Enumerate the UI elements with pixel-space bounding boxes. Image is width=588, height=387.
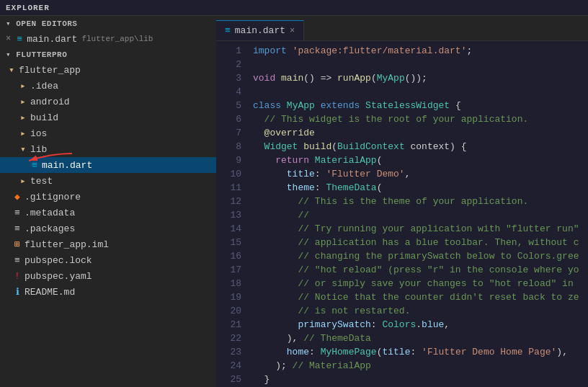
tab-close-icon[interactable]: × [290,26,295,36]
folder-chevron-icon [6,64,17,76]
open-editor-path: flutter_app\lib [81,35,153,43]
yaml-icon: ! [12,271,23,282]
close-editor-icon[interactable]: × [6,34,11,44]
file-main-dart[interactable]: ≡ main.dart [0,157,216,173]
code-line-25: } [249,373,588,386]
code-line-17: // "hot reload" (press "r" in the consol… [249,263,588,277]
folder-ios-label: ios [30,128,47,139]
code-line-13: // [249,208,588,222]
code-line-15: // application has a blue toolbar. Then,… [249,236,588,249]
folder-test-label: test [30,176,53,187]
info-icon: ℹ [12,286,23,298]
code-line-3: void main() => runApp(MyApp()); [249,71,588,85]
dart-icon: ≡ [29,160,40,171]
code-line-8: Widget build(BuildContext context) { [249,140,588,154]
code-area: 1 2 3 4 5 6 7 8 9 10 11 12 13 14 15 16 1… [216,41,588,387]
dart-file-icon: ≡ [14,34,25,45]
file-packages-label: .packages [24,223,75,234]
code-line-24: ); // MaterialApp [249,359,588,373]
open-editors-header[interactable]: ▾ OPEN EDITORS [0,16,216,31]
file-metadata-label: .metadata [24,208,75,218]
file-metadata[interactable]: ≡ .metadata [0,205,216,221]
code-line-19: // Notice that the counter didn't reset … [249,290,588,304]
file-pubspec-lock-label: pubspec.lock [24,255,92,266]
code-line-23: home: MyHomePage(title: 'Flutter Demo Ho… [249,345,588,359]
folder-android[interactable]: android [0,94,216,110]
code-line-12: // This is the theme of your application… [249,195,588,208]
file-iml[interactable]: ⊞ flutter_app.iml [0,236,216,252]
folder-flutter-app[interactable]: flutter_app [0,62,216,78]
packages-icon: ≡ [12,223,23,234]
editor-tabs: ≡ main.dart × [216,16,588,41]
file-readme[interactable]: ℹ README.md [0,284,216,300]
editor-panel: ≡ main.dart × 1 2 3 4 5 6 7 8 9 10 11 12… [216,16,588,387]
flutterpro-header[interactable]: ▾ FLUTTERPRO [0,47,216,62]
sidebar: ▾ OPEN EDITORS × ≡ main.dart flutter_app… [0,16,216,387]
code-line-5: class MyApp extends StatelessWidget { [249,99,588,112]
code-line-1: import 'package:flutter/material.dart'; [249,44,588,58]
folder-ios[interactable]: ios [0,125,216,141]
folder-idea-chevron [17,80,29,92]
file-readme-label: README.md [24,287,75,298]
code-line-21: primarySwatch: Colors.blue, [249,318,588,332]
folder-build-label: build [30,112,58,123]
open-editor-main-dart[interactable]: × ≡ main.dart flutter_app\lib [0,31,216,47]
folder-android-label: android [30,97,70,107]
code-line-9: return MaterialApp( [249,154,588,167]
explorer-label: EXPLORER [6,4,50,12]
file-pubspec-lock[interactable]: ≡ pubspec.lock [0,252,216,268]
folder-ios-chevron [17,128,29,139]
iml-icon: ⊞ [12,239,23,250]
lock-icon: ≡ [12,255,23,266]
file-gitignore[interactable]: ◆ .gitignore [0,189,216,205]
folder-android-chevron [17,96,29,107]
code-line-16: // changing the primarySwatch below to C… [249,249,588,263]
file-pubspec-yaml[interactable]: ! pubspec.yaml [0,268,216,284]
folder-test-chevron [17,175,29,187]
folder-build-chevron [17,112,29,123]
folder-flutter-app-label: flutter_app [19,65,81,76]
file-packages[interactable]: ≡ .packages [0,221,216,236]
code-line-10: title: 'Flutter Demo', [249,167,588,181]
folder-lib-chevron [17,143,29,155]
folder-lib-label: lib [30,144,47,155]
file-gitignore-label: .gitignore [24,192,81,203]
tab-label: main.dart [235,25,285,36]
tab-main-dart[interactable]: ≡ main.dart × [216,20,304,40]
code-line-18: // or simply save your changes to "hot r… [249,277,588,290]
code-line-2 [249,58,588,71]
tab-dart-icon: ≡ [225,25,231,36]
code-line-11: theme: ThemeData( [249,181,588,195]
open-editor-label: main.dart [27,34,77,45]
folder-idea-label: .idea [30,81,58,92]
code-content[interactable]: import 'package:flutter/material.dart'; … [249,41,588,387]
git-icon: ◆ [12,191,23,203]
code-line-6: // This widget is the root of your appli… [249,112,588,126]
file-iml-label: flutter_app.iml [24,239,109,250]
folder-test[interactable]: test [0,173,216,189]
folder-idea[interactable]: .idea [0,78,216,94]
folder-lib[interactable]: lib [0,141,216,157]
code-line-14: // Try running your application with "fl… [249,222,588,236]
file-main-dart-label: main.dart [42,160,92,171]
code-line-7: @override [249,126,588,140]
code-line-20: // is not restarted. [249,304,588,318]
file-pubspec-yaml-label: pubspec.yaml [24,271,92,282]
metadata-icon: ≡ [12,208,23,218]
folder-build[interactable]: build [0,110,216,125]
code-line-22: ), // ThemeData [249,332,588,345]
code-line-4 [249,85,588,99]
line-numbers: 1 2 3 4 5 6 7 8 9 10 11 12 13 14 15 16 1… [216,41,249,387]
